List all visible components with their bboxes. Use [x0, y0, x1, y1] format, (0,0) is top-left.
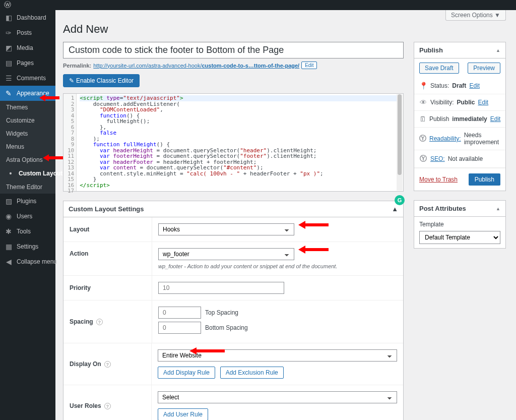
submenu-item-themes[interactable]: Themes	[0, 101, 55, 114]
edit-schedule-link[interactable]: Edit	[490, 115, 501, 123]
template-label: Template	[419, 221, 500, 228]
preview-button[interactable]: Preview	[468, 63, 500, 74]
menu-icon: ◀	[4, 258, 13, 266]
yoast-readability-icon: Ⓨ	[419, 134, 426, 143]
admin-sidebar: ◧Dashboard✑Posts◩Media▤Pages☰Comments✎Ap…	[0, 10, 55, 420]
menu-icon: ◩	[4, 44, 13, 52]
post-title-input[interactable]	[63, 42, 404, 58]
sidebar-item-users[interactable]: ◉Users	[0, 209, 55, 224]
submenu-item-theme-editor[interactable]: Theme Editor	[0, 181, 55, 194]
seo-link[interactable]: SEO:	[430, 155, 445, 162]
template-select[interactable]: Default Template	[419, 231, 500, 244]
yoast-seo-icon: Ⓨ	[419, 154, 427, 163]
edit-status-link[interactable]: Edit	[469, 82, 480, 89]
sidebar-item-settings[interactable]: ▦Settings	[0, 239, 55, 254]
pin-icon: 📍	[419, 82, 427, 90]
content-area: Screen Options ▼ Add New Permalink: http…	[55, 10, 516, 420]
admin-bar: ⓦ	[0, 0, 516, 10]
submenu-item-widgets[interactable]: Widgets	[0, 127, 55, 140]
top-spacing-label: Top Spacing	[205, 309, 238, 316]
permalink-row: Permalink: http://yoursite-url.com/astra…	[63, 62, 404, 69]
sidebar-item-pages[interactable]: ▤Pages	[0, 55, 55, 71]
sidebar-item-media[interactable]: ◩Media	[0, 40, 55, 55]
permalink-link[interactable]: http://yoursite-url.com/astra-advanced-h…	[93, 63, 299, 69]
svg-marker-3	[298, 246, 329, 254]
publish-box-header[interactable]: Publish▲	[414, 42, 505, 58]
svg-marker-2	[298, 221, 329, 229]
menu-icon: ✱	[4, 227, 13, 235]
sidebar-item-plugins[interactable]: ▨Plugins	[0, 194, 55, 209]
post-attributes-box: Post Attributes▲ Template Default Templa…	[414, 200, 506, 249]
help-icon[interactable]: ?	[104, 403, 111, 409]
sidebar-item-appearance[interactable]: ✎Appearance	[0, 86, 55, 101]
add-display-rule-button[interactable]: Add Display Rule	[158, 367, 215, 379]
menu-icon: ▨	[4, 197, 13, 205]
annotation-arrow	[298, 245, 329, 254]
display-on-label: Display On?	[63, 343, 151, 385]
user-roles-select[interactable]: Select	[158, 391, 397, 403]
menu-icon: ✑	[4, 29, 13, 37]
code-gutter: 1234567891011121314151617	[63, 94, 77, 191]
save-draft-button[interactable]: Save Draft	[419, 63, 459, 74]
menu-icon: ✎	[4, 89, 13, 97]
screen-options-button[interactable]: Screen Options ▼	[445, 10, 506, 21]
bullet-icon: •	[6, 169, 15, 177]
layout-label: Layout	[63, 217, 152, 242]
priority-input[interactable]	[158, 282, 284, 294]
user-roles-label: User Roles?	[63, 385, 151, 420]
sidebar-item-posts[interactable]: ✑Posts	[0, 25, 55, 40]
code-lines[interactable]: <script type="text/javascript"> document…	[77, 94, 403, 191]
menu-icon: ▦	[4, 243, 13, 251]
submenu-item-customize[interactable]: Customize	[0, 114, 55, 127]
custom-layout-settings-header[interactable]: Custom Layout Settings▲	[63, 201, 403, 217]
pencil-icon: ✎	[69, 77, 74, 84]
help-icon[interactable]: ?	[96, 319, 103, 325]
post-attributes-header[interactable]: Post Attributes▲	[414, 201, 505, 217]
priority-label: Priority	[63, 276, 152, 300]
sidebar-item-dashboard[interactable]: ◧Dashboard	[0, 10, 55, 25]
bottom-spacing-label: Bottom Spacing	[205, 324, 248, 331]
submenu-item-custom-layouts[interactable]: •Custom Layouts	[0, 166, 55, 181]
move-to-trash-link[interactable]: Move to Trash	[419, 176, 458, 183]
edit-visibility-link[interactable]: Edit	[478, 99, 488, 106]
layout-select[interactable]: Hooks	[158, 223, 294, 235]
sidebar-item-comments[interactable]: ☰Comments	[0, 71, 55, 86]
menu-icon: ☰	[4, 74, 13, 82]
enable-classic-editor-button[interactable]: ✎Enable Classic Editor	[63, 74, 140, 87]
caret-up-icon: ▲	[496, 206, 500, 211]
top-spacing-input[interactable]	[158, 307, 201, 319]
bottom-spacing-input[interactable]	[158, 322, 201, 334]
custom-layout-settings-box: G Custom Layout Settings▲ Layout Hooks A…	[63, 201, 404, 420]
action-select[interactable]: wp_footer	[158, 248, 294, 260]
readability-link[interactable]: Readability:	[429, 135, 461, 142]
code-editor[interactable]: 1234567891011121314151617 <script type="…	[63, 93, 404, 192]
caret-up-icon: ▲	[496, 48, 500, 53]
caret-up-icon: ▲	[392, 205, 398, 213]
grammarly-badge-icon[interactable]: G	[395, 195, 405, 205]
annotation-arrow	[298, 220, 329, 229]
add-user-rule-button[interactable]: Add User Rule	[158, 408, 208, 420]
page-title: Add New	[63, 23, 506, 36]
wp-logo-icon[interactable]: ⓦ	[4, 1, 11, 10]
calendar-icon: 🗓	[419, 115, 426, 123]
menu-icon: ▤	[4, 59, 13, 67]
spacing-label: Spacing?	[63, 301, 152, 343]
permalink-label: Permalink:	[63, 63, 91, 69]
help-icon[interactable]: ?	[104, 361, 111, 368]
permalink-edit-button[interactable]: Edit	[301, 62, 317, 69]
publish-button[interactable]: Publish	[469, 173, 500, 186]
display-on-select[interactable]: Entire Website	[158, 349, 397, 362]
publish-box: Publish▲ Save Draft Preview 📍Status: Dra…	[414, 42, 506, 191]
submenu-item-astra-options[interactable]: Astra Options	[0, 153, 55, 166]
eye-icon: 👁	[419, 98, 427, 106]
menu-icon: ◉	[4, 212, 13, 220]
action-label: Action	[63, 242, 152, 275]
submenu-item-menus[interactable]: Menus	[0, 140, 55, 153]
sidebar-item-tools[interactable]: ✱Tools	[0, 224, 55, 239]
add-exclusion-rule-button[interactable]: Add Exclusion Rule	[220, 367, 284, 379]
sidebar-item-collapse-menu[interactable]: ◀Collapse menu	[0, 254, 55, 269]
action-hint: wp_footer - Action to add your content o…	[158, 263, 397, 269]
menu-icon: ◧	[4, 14, 13, 22]
scrollbar[interactable]	[397, 94, 403, 191]
